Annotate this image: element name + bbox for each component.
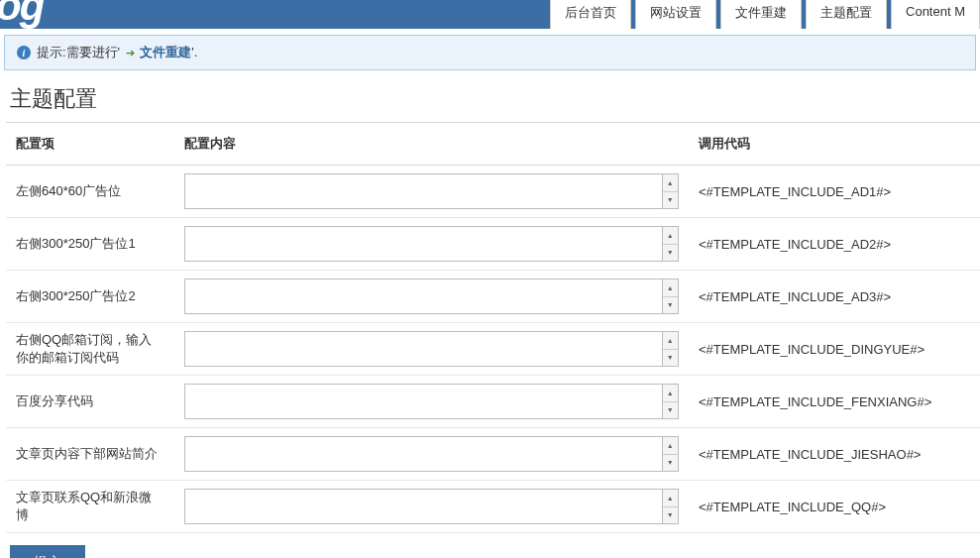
table-row: 百度分享代码▲▼<#TEMPLATE_INCLUDE_FENXIANG#> — [6, 376, 980, 428]
table-row: 左侧640*60广告位▲▼<#TEMPLATE_INCLUDE_AD1#> — [6, 166, 980, 218]
spinner-down-icon[interactable]: ▼ — [663, 455, 678, 472]
config-table: 配置项 配置内容 调用代码 左侧640*60广告位▲▼<#TEMPLATE_IN… — [6, 122, 980, 533]
textarea-resize-spinner: ▲▼ — [663, 173, 679, 209]
config-content-cell: ▲▼ — [174, 481, 689, 533]
submit-row: 提交 — [0, 533, 980, 558]
spinner-up-icon[interactable]: ▲ — [663, 174, 678, 192]
config-content-cell: ▲▼ — [174, 218, 689, 271]
textarea-resize-spinner: ▲▼ — [663, 226, 679, 262]
textarea-resize-spinner: ▲▼ — [663, 384, 679, 419]
config-content-cell: ▲▼ — [174, 166, 689, 218]
spinner-down-icon[interactable]: ▼ — [663, 350, 678, 367]
nav-tab-file-rebuild[interactable]: 文件重建 — [720, 0, 802, 29]
config-content-cell: ▲▼ — [174, 428, 689, 481]
config-item-label: 右侧300*250广告位1 — [6, 218, 174, 271]
config-textarea[interactable] — [184, 436, 663, 472]
config-code: <#TEMPLATE_INCLUDE_AD2#> — [689, 218, 980, 271]
table-row: 文章页内容下部网站简介▲▼<#TEMPLATE_INCLUDE_JIESHAO#… — [6, 428, 980, 481]
config-code: <#TEMPLATE_INCLUDE_QQ#> — [689, 481, 980, 533]
spinner-up-icon[interactable]: ▲ — [663, 385, 678, 402]
header-content: 配置内容 — [174, 123, 689, 166]
config-textarea[interactable] — [184, 279, 663, 314]
textarea-resize-spinner: ▲▼ — [663, 436, 679, 472]
submit-button[interactable]: 提交 — [10, 545, 85, 558]
config-textarea[interactable] — [184, 331, 663, 367]
config-textarea[interactable] — [184, 173, 663, 209]
header-item: 配置项 — [6, 123, 174, 166]
config-item-label: 百度分享代码 — [6, 376, 174, 428]
nav-tab-content[interactable]: Content M — [891, 0, 980, 29]
config-item-label: 右侧300*250广告位2 — [6, 271, 174, 323]
table-row: 右侧QQ邮箱订阅，输入你的邮箱订阅代码▲▼<#TEMPLATE_INCLUDE_… — [6, 323, 980, 376]
config-code: <#TEMPLATE_INCLUDE_FENXIANG#> — [689, 376, 980, 428]
config-code: <#TEMPLATE_INCLUDE_JIESHAO#> — [689, 428, 980, 481]
config-item-label: 左侧640*60广告位 — [6, 166, 174, 218]
config-code: <#TEMPLATE_INCLUDE_AD3#> — [689, 271, 980, 323]
alert-link-rebuild[interactable]: 文件重建 — [140, 45, 191, 59]
spinner-down-icon[interactable]: ▼ — [663, 245, 678, 262]
spinner-down-icon[interactable]: ▼ — [663, 402, 678, 419]
nav-tabs: 后台首页 网站设置 文件重建 主题配置 Content M — [546, 0, 980, 29]
spinner-up-icon[interactable]: ▲ — [663, 437, 678, 455]
nav-tab-home[interactable]: 后台首页 — [550, 0, 631, 29]
alert-text: 提示:需要进行' ➔ 文件重建'. — [37, 44, 197, 61]
config-item-label: 文章页联系QQ和新浪微博 — [6, 481, 174, 533]
config-item-label: 文章页内容下部网站简介 — [6, 428, 174, 481]
config-code: <#TEMPLATE_INCLUDE_AD1#> — [689, 166, 980, 218]
table-row: 右侧300*250广告位2▲▼<#TEMPLATE_INCLUDE_AD3#> — [6, 271, 980, 323]
spinner-down-icon[interactable]: ▼ — [663, 297, 678, 314]
header-bar: og 后台首页 网站设置 文件重建 主题配置 Content M — [0, 0, 980, 29]
config-content-cell: ▲▼ — [174, 323, 689, 376]
nav-tab-site-settings[interactable]: 网站设置 — [635, 0, 716, 29]
textarea-resize-spinner: ▲▼ — [663, 279, 679, 314]
logo-fragment: og — [0, 0, 43, 30]
config-content-cell: ▲▼ — [174, 271, 689, 323]
config-code: <#TEMPLATE_INCLUDE_DINGYUE#> — [689, 323, 980, 376]
spinner-up-icon[interactable]: ▲ — [663, 332, 678, 350]
textarea-resize-spinner: ▲▼ — [663, 331, 679, 367]
table-header-row: 配置项 配置内容 调用代码 — [6, 123, 980, 166]
header-code: 调用代码 — [689, 123, 980, 166]
alert-prefix: 提示:需要进行' — [37, 45, 124, 59]
config-textarea[interactable] — [184, 489, 663, 524]
spinner-down-icon[interactable]: ▼ — [663, 192, 678, 209]
spinner-up-icon[interactable]: ▲ — [663, 490, 678, 507]
table-row: 文章页联系QQ和新浪微博▲▼<#TEMPLATE_INCLUDE_QQ#> — [6, 481, 980, 533]
textarea-resize-spinner: ▲▼ — [663, 489, 679, 524]
config-content-cell: ▲▼ — [174, 376, 689, 428]
spinner-down-icon[interactable]: ▼ — [663, 507, 678, 524]
alert-suffix: '. — [191, 45, 197, 59]
page-title: 主题配置 — [0, 70, 980, 122]
config-textarea[interactable] — [184, 226, 663, 262]
arrow-right-icon: ➔ — [126, 47, 135, 58]
nav-tab-theme-config[interactable]: 主题配置 — [806, 0, 887, 29]
spinner-up-icon[interactable]: ▲ — [663, 279, 678, 297]
table-row: 右侧300*250广告位1▲▼<#TEMPLATE_INCLUDE_AD2#> — [6, 218, 980, 271]
info-icon: i — [17, 46, 31, 59]
alert-bar: i 提示:需要进行' ➔ 文件重建'. — [4, 35, 976, 70]
config-item-label: 右侧QQ邮箱订阅，输入你的邮箱订阅代码 — [6, 323, 174, 376]
config-textarea[interactable] — [184, 384, 663, 419]
spinner-up-icon[interactable]: ▲ — [663, 227, 678, 245]
